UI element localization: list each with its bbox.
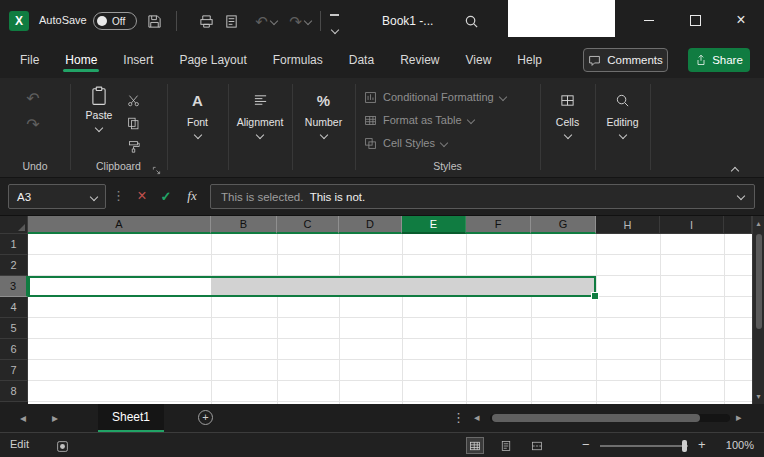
vertical-scroll-thumb[interactable] [756, 234, 762, 329]
fill-handle[interactable] [591, 292, 599, 300]
tab-page-layout[interactable]: Page Layout [177, 43, 248, 77]
hscroll-right-button[interactable]: ▸ [736, 411, 742, 424]
row-header-6[interactable]: 6 [0, 339, 28, 360]
format-painter-button[interactable] [122, 136, 144, 156]
tab-formulas[interactable]: Formulas [271, 43, 325, 77]
account-area-placeholder [508, 0, 615, 37]
scroll-up-button[interactable]: ▴ [753, 219, 764, 228]
column-header-h[interactable]: H [596, 216, 660, 234]
clipboard-dialog-launcher[interactable] [152, 161, 161, 179]
column-header-g[interactable]: G [531, 216, 596, 234]
select-all-button[interactable] [0, 216, 28, 234]
row-header-2[interactable]: 2 [0, 255, 28, 276]
cells-group-button[interactable]: Cells [540, 78, 595, 138]
row-header-3[interactable]: 3 [0, 276, 28, 297]
zoom-slider[interactable] [600, 445, 688, 447]
column-header-i[interactable]: I [660, 216, 724, 234]
cell-styles-button[interactable]: Cell Styles [364, 134, 447, 152]
search-button[interactable] [462, 12, 480, 30]
row-header-1[interactable]: 1 [0, 234, 28, 255]
column-header-e[interactable]: E [402, 216, 466, 234]
redo-button[interactable]: ↷ [286, 12, 314, 30]
mode-indicator: Edit [10, 438, 29, 450]
column-header-f[interactable]: F [466, 216, 531, 234]
editing-group-button[interactable]: Editing [595, 78, 650, 138]
redo-icon: ↷ [289, 14, 302, 29]
previous-sheet-button[interactable]: ◂ [20, 411, 26, 425]
insert-function-button[interactable]: fx [182, 186, 202, 206]
enter-button[interactable]: ✓ [156, 186, 176, 206]
cell-a3-editor[interactable]: This is selected. This is not. [30, 278, 211, 295]
ribbon-redo-button[interactable]: ↷ [22, 114, 44, 134]
cut-button[interactable] [122, 90, 144, 110]
tab-home[interactable]: Home [63, 43, 99, 77]
page-break-view-button[interactable] [528, 437, 546, 454]
number-group-button[interactable]: % Number [292, 78, 355, 138]
column-header-c[interactable]: C [277, 216, 339, 234]
tab-review[interactable]: Review [398, 43, 441, 77]
horizontal-scroll-thumb[interactable] [492, 414, 700, 422]
cells-group-label: Cells [556, 116, 579, 128]
toolbar-divider [176, 11, 177, 31]
column-header-a[interactable]: A [28, 216, 211, 234]
selected-range[interactable]: This is selected. This is not. [28, 276, 596, 297]
macro-record-button[interactable] [56, 439, 69, 457]
print-preview-button[interactable] [222, 12, 240, 30]
sheet-options-button[interactable]: ⋮ [452, 410, 465, 425]
ribbon-undo-button[interactable]: ↶ [22, 88, 44, 108]
sheet-tab-sheet1[interactable]: Sheet1 [98, 404, 164, 432]
comments-button[interactable]: Comments [583, 48, 668, 72]
zoom-in-button[interactable]: + [698, 437, 706, 452]
print-button[interactable] [197, 12, 215, 30]
sheet-tab-bar: ◂ ▸ Sheet1 + ⋮ ◂ ▸ [0, 404, 764, 432]
paste-button[interactable]: Paste [80, 86, 118, 131]
cell-grid[interactable] [28, 234, 752, 404]
page-layout-view-button[interactable] [497, 437, 515, 454]
tab-file[interactable]: File [18, 43, 41, 77]
collapse-ribbon-button[interactable] [732, 160, 738, 178]
next-sheet-button[interactable]: ▸ [52, 411, 58, 425]
row-header-4[interactable]: 4 [0, 297, 28, 318]
chevron-down-icon [466, 116, 474, 124]
font-icon: A [192, 90, 203, 110]
customize-quick-access-button[interactable] [330, 14, 339, 37]
save-button[interactable] [145, 12, 163, 30]
tab-insert[interactable]: Insert [121, 43, 155, 77]
column-header-partial[interactable] [724, 216, 752, 234]
zoom-slider-knob[interactable] [682, 440, 687, 452]
zoom-out-button[interactable]: − [582, 437, 590, 452]
cancel-button[interactable]: × [132, 186, 152, 206]
format-as-table-button[interactable]: Format as Table [364, 111, 474, 129]
column-header-d[interactable]: D [339, 216, 402, 234]
column-header-b[interactable]: B [211, 216, 277, 234]
scroll-down-button[interactable]: ▾ [753, 392, 764, 401]
row-header-5[interactable]: 5 [0, 318, 28, 339]
tab-data[interactable]: Data [347, 43, 376, 77]
row-header-7[interactable]: 7 [0, 360, 28, 381]
hscroll-left-button[interactable]: ◂ [474, 411, 480, 424]
copy-button[interactable] [122, 113, 144, 133]
tab-view[interactable]: View [464, 43, 494, 77]
maximize-button[interactable] [672, 0, 718, 40]
autosave-toggle[interactable]: Off [93, 12, 137, 30]
tab-help[interactable]: Help [515, 43, 544, 77]
conditional-formatting-button[interactable]: Conditional Formatting [364, 88, 506, 106]
share-button[interactable]: Share [688, 48, 750, 72]
vertical-scrollbar[interactable]: ▴ ▾ [752, 216, 764, 404]
gridline [660, 234, 661, 404]
percent-icon: % [317, 90, 330, 110]
row-header-8[interactable]: 8 [0, 381, 28, 402]
zoom-level[interactable]: 100% [718, 439, 754, 451]
font-group-button[interactable]: A Font [167, 78, 228, 138]
name-box[interactable]: A3 [8, 184, 106, 209]
close-button[interactable]: × [718, 0, 764, 40]
copy-icon [127, 117, 140, 130]
normal-view-button[interactable] [466, 437, 484, 454]
undo-button[interactable]: ↶ [252, 12, 280, 30]
minimize-button[interactable] [626, 0, 672, 40]
alignment-group-button[interactable]: Alignment [228, 78, 292, 138]
new-sheet-button[interactable]: + [198, 410, 213, 425]
formula-input[interactable]: This is selected. This is not. [210, 184, 755, 209]
formula-bar-splitter[interactable]: ⋮ [112, 188, 125, 203]
normal-view-icon [469, 440, 481, 452]
